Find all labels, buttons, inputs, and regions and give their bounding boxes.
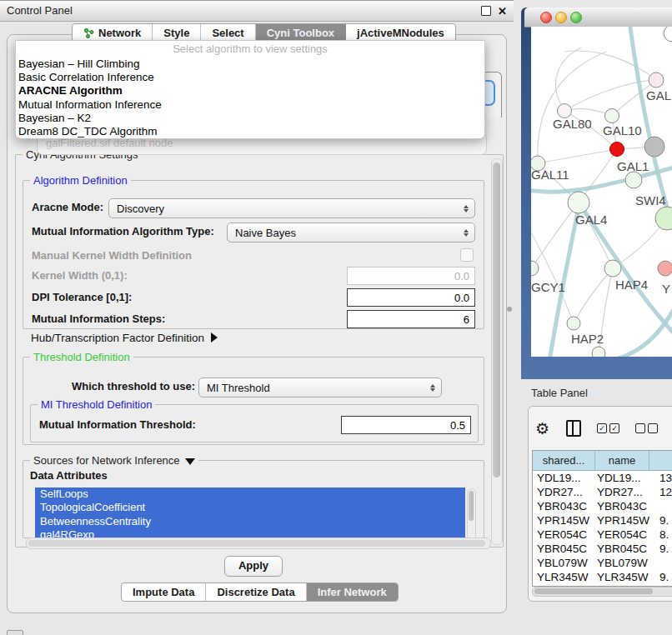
- tab-jactivemnodules[interactable]: jActiveMNodules: [346, 24, 455, 42]
- dropdown-item[interactable]: Mutual Information Inference: [16, 98, 484, 112]
- table-horizontal-scrollbar[interactable]: [532, 587, 672, 597]
- algorithm-dropdown: Select algorithm to view settings Bayesi…: [15, 40, 485, 139]
- table-cell: YLR345W: [533, 570, 595, 584]
- network-node[interactable]: [604, 260, 621, 277]
- table-row[interactable]: YDL19...YDL19...13: [533, 471, 672, 485]
- network-node[interactable]: [558, 104, 572, 118]
- list-vertical-scrollbar[interactable]: [467, 488, 476, 543]
- network-node-label: HAP2: [571, 332, 604, 346]
- which-threshold-select[interactable]: MI Threshold: [198, 378, 442, 398]
- network-canvas[interactable]: GALGAL80GAL10GAL1GAL11SWI4GAL4GCY1HAP4YH…: [531, 27, 672, 357]
- table-row[interactable]: YBR045CYBR045C9.: [533, 542, 672, 556]
- select-all-icon[interactable]: ✓ ✓: [597, 423, 619, 433]
- network-node[interactable]: [605, 109, 619, 123]
- network-node-label: Y: [662, 282, 670, 296]
- dropdown-item[interactable]: Basic Correlation Inference: [16, 71, 484, 84]
- aracne-mode-select[interactable]: Discovery: [108, 198, 475, 218]
- mi-algorithm-type-value: Naive Bayes: [228, 227, 461, 239]
- attribute-item[interactable]: TopologicalCoefficient: [35, 501, 465, 514]
- table-row[interactable]: YBR043CYBR043C: [533, 499, 672, 513]
- table-cell: YBR045C: [533, 542, 595, 556]
- table-row[interactable]: YLR345WYLR345W9.: [533, 570, 672, 584]
- dropdown-item[interactable]: Bayesian – K2: [16, 112, 484, 125]
- cyni-algorithm-settings-group: Cyni Algorithm Settings Algorithm Defini…: [15, 154, 504, 548]
- table-panel-title: Table Panel: [531, 387, 588, 399]
- close-icon[interactable]: ✕: [498, 7, 507, 17]
- data-attributes-list: SelfLoopsTopologicalCoefficientBetweenne…: [35, 488, 465, 542]
- tab-impute-data[interactable]: Impute Data: [122, 583, 206, 601]
- network-node[interactable]: [644, 137, 664, 157]
- columns-icon[interactable]: [566, 420, 581, 437]
- manual-kernel-width-checkbox[interactable]: [460, 248, 474, 262]
- network-edge: [538, 52, 606, 163]
- tab-label: Cyni Toolbox: [267, 27, 334, 39]
- network-node[interactable]: [664, 27, 672, 42]
- dpi-tolerance-input[interactable]: [347, 288, 475, 307]
- tab-select[interactable]: Select: [201, 24, 255, 42]
- table-cell: 12: [649, 485, 672, 499]
- network-edge: [564, 51, 656, 80]
- network-node[interactable]: [625, 172, 642, 188]
- zoom-traffic-light-icon[interactable]: [570, 12, 582, 23]
- mi-threshold-input[interactable]: [341, 416, 471, 434]
- table-cell: 9.: [649, 542, 672, 556]
- network-node[interactable]: [592, 347, 605, 357]
- sources-legend[interactable]: Sources for Network Inference: [30, 454, 198, 467]
- table-cell: YDL19...: [533, 471, 595, 485]
- collapse-down-icon: [185, 458, 195, 465]
- column-header-clipped[interactable]: [649, 451, 672, 470]
- tab-cyni-toolbox[interactable]: Cyni Toolbox: [256, 24, 346, 42]
- dropdown-item[interactable]: Dream8 DC_TDC Algorithm: [16, 125, 484, 138]
- algorithm-definition-legend: Algorithm Definition: [30, 174, 131, 187]
- horizontal-scrollbar[interactable]: [26, 538, 491, 549]
- network-edge: [538, 149, 617, 163]
- tab-label: Discretize Data: [217, 586, 294, 598]
- column-header-name[interactable]: name: [595, 451, 649, 470]
- network-node-label: SWI4: [635, 193, 666, 208]
- attribute-item[interactable]: SelfLoops: [35, 488, 465, 501]
- minimize-traffic-light-icon[interactable]: [555, 12, 567, 23]
- tab-discretize-data[interactable]: Discretize Data: [206, 583, 306, 601]
- hub-factor-expander[interactable]: Hub/Transcription Factor Definition: [31, 332, 218, 344]
- table-cell: YLR345W: [595, 570, 649, 584]
- network-node[interactable]: [610, 142, 624, 157]
- apply-button[interactable]: Apply: [224, 556, 283, 577]
- settings-vertical-scrollbar[interactable]: [491, 158, 503, 545]
- kernel-width-input[interactable]: [347, 267, 475, 285]
- float-window-icon[interactable]: [481, 6, 491, 16]
- threshold-definition-group: Threshold Definition Which threshold to …: [23, 357, 484, 445]
- table-cell: YBL079W: [533, 556, 595, 570]
- tab-infer-network[interactable]: Infer Network: [307, 583, 398, 601]
- network-node[interactable]: [568, 192, 589, 213]
- network-node[interactable]: [655, 207, 672, 230]
- table-row[interactable]: YBL079WYBL079W: [533, 556, 672, 570]
- splitter-handle[interactable]: [507, 307, 512, 312]
- network-edge: [556, 48, 581, 111]
- network-node[interactable]: [658, 261, 672, 276]
- table-row[interactable]: YPR145WYPR145W9.: [533, 513, 672, 528]
- dropdown-item[interactable]: Bayesian – Hill Climbing: [16, 58, 484, 71]
- table-cell: 8.: [649, 528, 672, 542]
- network-node[interactable]: [567, 317, 580, 330]
- table-row[interactable]: YDR27...YDR27...12: [533, 485, 672, 499]
- table-cell: YBR043C: [595, 499, 649, 513]
- table-toolbar: ⚙ ✓ ✓: [535, 418, 672, 438]
- tab-label: Network: [98, 27, 141, 39]
- attribute-item[interactable]: BetweennessCentrality: [35, 515, 465, 528]
- column-header-shared-name[interactable]: shared...: [533, 451, 595, 470]
- tab-style[interactable]: Style: [153, 24, 201, 42]
- tab-network[interactable]: Network: [73, 24, 153, 42]
- dropdown-item[interactable]: ARACNE Algorithm: [16, 84, 484, 98]
- table-row[interactable]: YER054CYER054C8.: [533, 528, 672, 542]
- network-node[interactable]: [531, 261, 539, 276]
- gear-icon[interactable]: ⚙: [535, 420, 549, 437]
- network-edge: [602, 302, 672, 357]
- network-window-titlebar[interactable]: [524, 8, 672, 28]
- close-traffic-light-icon[interactable]: [540, 12, 552, 23]
- mi-threshold-legend: MI Threshold Definition: [38, 398, 155, 411]
- mi-steps-input[interactable]: [347, 310, 475, 328]
- deselect-all-icon[interactable]: [635, 423, 658, 433]
- mi-algorithm-type-select[interactable]: Naive Bayes: [227, 222, 475, 242]
- network-node[interactable]: [649, 72, 664, 88]
- table-cell: 13: [649, 471, 672, 485]
